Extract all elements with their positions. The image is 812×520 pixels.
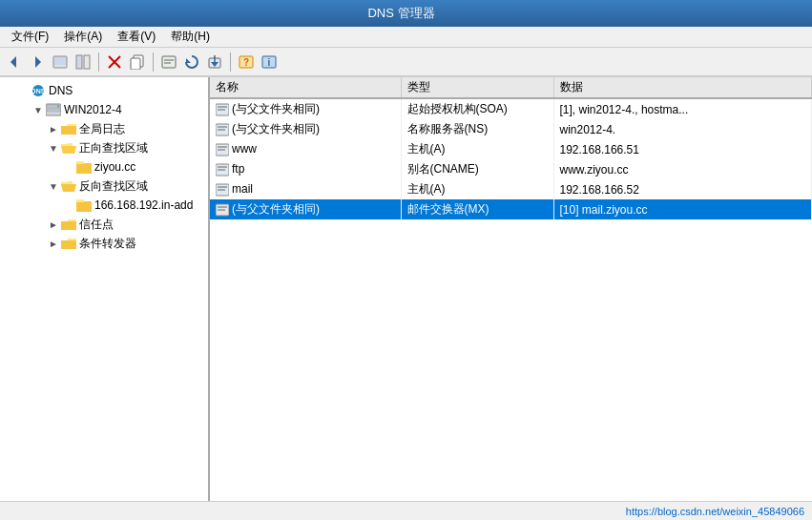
toolbar-separator-2 [153, 52, 154, 72]
props-button[interactable] [158, 52, 179, 73]
table-row[interactable]: mail主机(A)192.168.166.52 [210, 179, 812, 199]
toolbar-separator-1 [98, 52, 99, 72]
delete-button[interactable] [104, 52, 125, 73]
tree-item-zhengxiang[interactable]: ▼ 正向查找区域 [0, 138, 208, 157]
svg-point-26 [57, 106, 59, 108]
help-button[interactable]: ? [236, 52, 257, 73]
forward-button[interactable] [27, 52, 48, 73]
cell-data: [1], win2012-4., hostma... [553, 98, 812, 119]
table-row[interactable]: (与父文件夹相同)邮件交换器(MX)[10] mail.ziyou.cc [210, 199, 812, 219]
expand-icon: ▼ [31, 105, 46, 115]
svg-marker-0 [10, 56, 16, 68]
folder-icon [61, 121, 76, 136]
menu-view[interactable]: 查看(V) [110, 27, 163, 47]
svg-rect-30 [76, 199, 84, 202]
status-text: https://blog.csdn.net/weixin_45849066 [626, 506, 804, 517]
folder-open-icon [61, 140, 76, 156]
tree-label-fanxiang: 反向查找区域 [79, 178, 148, 195]
table-row[interactable]: ftp别名(CNAME)www.ziyou.cc [210, 159, 812, 179]
title-bar-title: DNS 管理器 [367, 5, 434, 22]
zone-icon-2 [76, 198, 92, 213]
svg-text:DNS: DNS [31, 88, 46, 94]
cell-name: (与父文件夹相同) [210, 98, 401, 119]
cell-type: 名称服务器(NS) [401, 119, 553, 139]
tree-label-inaddr: 166.168.192.in-add [94, 198, 193, 212]
expand-icon: ► [46, 219, 61, 230]
show-console-button[interactable] [50, 52, 71, 73]
column-header-type[interactable]: 类型 [401, 77, 553, 98]
folder-open-icon-2 [61, 178, 76, 194]
tree-label-win2012: WIN2012-4 [64, 103, 122, 116]
server-icon [46, 102, 61, 117]
tree-label-ziyou: ziyou.cc [94, 160, 135, 174]
copy-button[interactable] [127, 52, 148, 73]
status-bar: https://blog.csdn.net/weixin_45849066 [0, 501, 812, 520]
content-panel: 名称 类型 数据 (与父文件夹相同)起始授权机构(SOA)[1], win201… [210, 77, 812, 501]
tree-label-zhengxiang: 正向查找区域 [79, 140, 148, 156]
svg-rect-4 [76, 55, 82, 69]
refresh-button[interactable] [181, 52, 202, 73]
toolbar-separator-3 [230, 52, 231, 72]
expand-icon: ▼ [46, 143, 61, 154]
menu-bar: 文件(F) 操作(A) 查看(V) 帮助(H) [0, 27, 812, 48]
cell-name: ftp [210, 159, 401, 179]
cell-data: www.ziyou.cc [553, 159, 812, 179]
cell-data: 192.168.166.51 [553, 139, 812, 159]
info-button[interactable]: i [259, 52, 280, 73]
dns-icon: DNS [31, 83, 46, 98]
cell-name: mail [210, 179, 401, 199]
back-button[interactable] [4, 52, 25, 73]
cell-type: 邮件交换器(MX) [401, 199, 553, 219]
table-row[interactable]: www主机(A)192.168.166.51 [210, 139, 812, 159]
main-area: DNS DNS ▼ WIN2012-4 [0, 76, 812, 501]
tree-toggle-button[interactable] [73, 52, 94, 73]
tree-label-quanju: 全局日志 [79, 121, 125, 137]
svg-rect-27 [76, 163, 92, 174]
cell-data: [10] mail.ziyou.cc [553, 199, 812, 219]
svg-marker-1 [35, 56, 41, 68]
menu-action[interactable]: 操作(A) [56, 27, 110, 47]
tree-item-xinyong[interactable]: ► 信任点 [0, 215, 208, 234]
tree-item-win2012[interactable]: ▼ WIN2012-4 [0, 100, 208, 119]
cell-type: 别名(CNAME) [401, 159, 553, 179]
column-header-name[interactable]: 名称 [210, 77, 401, 98]
tree-panel: DNS DNS ▼ WIN2012-4 [0, 77, 210, 501]
expand-icon: ▼ [46, 181, 61, 192]
cell-type: 主机(A) [401, 179, 553, 199]
cell-type: 起始授权机构(SOA) [401, 98, 553, 119]
menu-help[interactable]: 帮助(H) [163, 27, 218, 47]
tree-label-dns: DNS [49, 84, 73, 97]
cell-data: win2012-4. [553, 119, 812, 139]
svg-marker-13 [186, 58, 191, 63]
export-button[interactable] [204, 52, 225, 73]
tree-item-ziyou[interactable]: ziyou.cc [0, 157, 208, 177]
title-bar: DNS 管理器 [0, 0, 812, 27]
svg-rect-9 [131, 58, 140, 70]
expand-icon: ► [46, 239, 61, 249]
svg-rect-3 [54, 57, 66, 65]
folder-icon-3 [61, 236, 76, 251]
column-header-data[interactable]: 数据 [553, 77, 812, 98]
table-row[interactable]: (与父文件夹相同)名称服务器(NS)win2012-4. [210, 119, 812, 139]
tree-item-inaddr[interactable]: 166.168.192.in-add [0, 196, 208, 215]
cell-data: 192.168.166.52 [553, 179, 812, 199]
cell-name: (与父文件夹相同) [210, 199, 401, 219]
svg-text:?: ? [243, 57, 249, 68]
cell-type: 主机(A) [401, 139, 553, 159]
tree-item-tiaojian[interactable]: ► 条件转发器 [0, 234, 208, 253]
expand-icon: ► [46, 124, 61, 135]
tree-item-fanxiang[interactable]: ▼ 反向查找区域 [0, 177, 208, 196]
svg-rect-5 [84, 55, 90, 69]
svg-rect-28 [76, 161, 84, 164]
tree-label-tiaojian: 条件转发器 [79, 236, 136, 252]
dns-table: 名称 类型 数据 (与父文件夹相同)起始授权机构(SOA)[1], win201… [210, 77, 812, 219]
svg-rect-10 [162, 56, 176, 68]
menu-file[interactable]: 文件(F) [4, 27, 56, 47]
tree-item-dns[interactable]: DNS DNS [0, 81, 208, 100]
cell-name: www [210, 139, 401, 159]
svg-rect-29 [76, 201, 92, 212]
svg-rect-25 [47, 109, 60, 112]
toolbar: ? i [0, 48, 812, 76]
tree-item-quanju[interactable]: ► 全局日志 [0, 119, 208, 138]
table-row[interactable]: (与父文件夹相同)起始授权机构(SOA)[1], win2012-4., hos… [210, 98, 812, 119]
